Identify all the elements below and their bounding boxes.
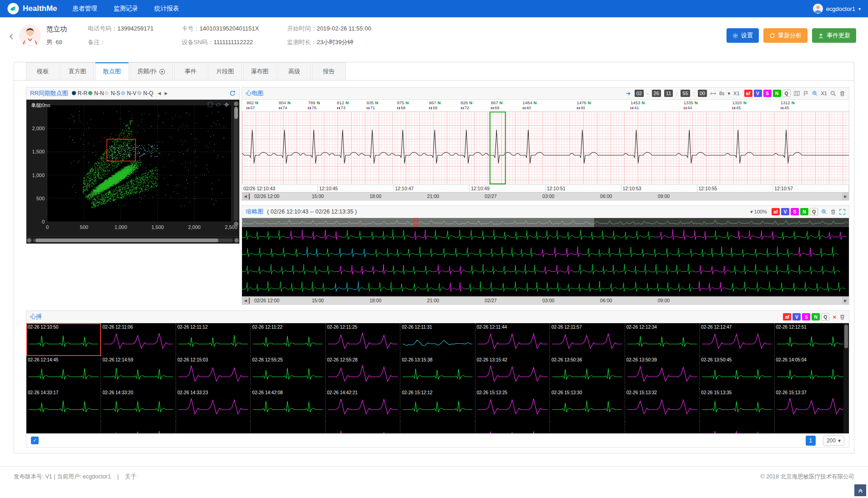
timeline-prev-button[interactable]: ◀ — [242, 193, 249, 200]
beat-cell[interactable]: 02-26 12:15:03 — [176, 356, 251, 389]
beat-annotation[interactable]: 1335N44 — [684, 100, 698, 110]
beat-cell[interactable] — [625, 422, 700, 433]
legend-item-N-S[interactable]: N-S — [105, 90, 120, 97]
beat-cell[interactable]: 02-26 13:15:38 — [400, 356, 475, 389]
beat-annotation[interactable]: 882N67 — [247, 100, 258, 110]
reanalyze-button[interactable]: 重新分析 — [763, 28, 807, 43]
event-update-button[interactable]: 事件更新 — [812, 28, 856, 43]
back-to-top-button[interactable] — [854, 484, 866, 496]
thumbnail-ecg-row[interactable] — [242, 279, 849, 296]
beat-cell[interactable]: 02-26 13:50:39 — [625, 356, 700, 389]
ecg-tag-af[interactable]: af — [744, 90, 752, 97]
beat-annotation[interactable]: 804N74 — [279, 100, 291, 110]
scatter-vertical-scrollbar[interactable] — [234, 107, 238, 221]
heartbeats-tag-V[interactable]: V — [792, 313, 801, 320]
user-menu[interactable]: ecgdoctor1 ▾ — [813, 4, 861, 14]
thumbnail-tag-V[interactable]: V — [781, 208, 789, 215]
trash-icon[interactable] — [830, 209, 836, 215]
beat-cell[interactable] — [550, 422, 625, 433]
goto-time-icon[interactable] — [626, 91, 631, 97]
legend-item-N-Q[interactable]: N-Q — [137, 90, 153, 97]
beat-annotation[interactable]: 1320N45 — [732, 100, 747, 110]
thumbnail-tag-Q[interactable]: Q — [810, 208, 818, 215]
beat-cell[interactable] — [176, 422, 251, 433]
about-link[interactable]: 关于 — [125, 473, 136, 480]
legend-item-N-V[interactable]: N-V — [121, 90, 136, 97]
overview-cursor[interactable] — [414, 218, 418, 227]
beat-cell[interactable]: 02-26 12:11:06 — [101, 323, 176, 356]
beat-cell[interactable]: 02-26 14:33:23 — [176, 389, 251, 422]
heartbeats-tag-S[interactable]: S — [802, 313, 810, 320]
ecg-strip[interactable] — [242, 112, 849, 184]
beat-annotation[interactable]: 867N69 — [429, 100, 441, 110]
search-icon[interactable] — [830, 91, 836, 97]
beat-cell[interactable] — [251, 422, 325, 433]
beat-cell[interactable]: 02-26 15:13:25 — [475, 389, 550, 422]
lasso-select-icon[interactable] — [216, 102, 221, 107]
beat-annotation[interactable]: 1453N41 — [631, 100, 645, 110]
beat-cell[interactable]: 02-26 12:55:28 — [326, 356, 400, 389]
legend-prev-icon[interactable]: ◀ — [158, 91, 161, 96]
page-number[interactable]: 1 — [806, 436, 816, 446]
beat-cell[interactable] — [775, 422, 849, 433]
legend-item-R-R[interactable]: R-R — [72, 90, 87, 97]
legend-next-icon[interactable]: ▶ — [165, 91, 168, 96]
scatter-plot-area[interactable]: 单位: ms 2,5002,0001,5001,000500005001,000… — [26, 100, 239, 236]
ecg-tag-V[interactable]: V — [754, 90, 762, 97]
wave-zoom-icon[interactable] — [821, 209, 827, 215]
thumbnail-tag-N[interactable]: N — [800, 208, 808, 215]
zoom-value[interactable]: X1 — [821, 91, 827, 96]
tab-事件[interactable]: 事件 — [174, 62, 207, 80]
beat-cell[interactable] — [475, 422, 550, 433]
date-month-segment[interactable]: 02 — [635, 90, 644, 97]
beat-cell[interactable]: 02-26 14:33:20 — [101, 389, 176, 422]
beat-cell[interactable]: 02-26 14:05:04 — [775, 356, 849, 389]
settings-button[interactable]: 设置 — [727, 28, 759, 43]
beat-cell[interactable]: 02-26 12:11:25 — [326, 323, 400, 356]
refresh-scatter-icon[interactable] — [229, 90, 236, 97]
beat-cell[interactable]: 02-26 12:10:50 — [26, 323, 101, 356]
beat-cell[interactable]: 02-26 15:13:35 — [700, 389, 774, 422]
timeline-next-button[interactable]: ▶ — [842, 297, 849, 305]
thumbnail-tag-af[interactable]: af — [772, 208, 780, 215]
beat-cell[interactable]: 02-26 12:11:57 — [550, 323, 625, 356]
tab-散点图[interactable]: 散点图 — [95, 62, 129, 80]
beat-cell[interactable]: 02-26 12:11:31 — [400, 323, 475, 356]
beat-annotation[interactable]: 1484N40 — [523, 100, 537, 110]
tab-报告[interactable]: 报告 — [312, 62, 346, 80]
thumbnail-ecg-row[interactable] — [242, 262, 849, 279]
rr-scatter-chart[interactable]: 2,5002,0001,5001,000500005001,0001,5002,… — [26, 100, 237, 236]
beat-cell[interactable]: 02-26 12:12:51 — [775, 323, 849, 356]
heartbeats-tag-N[interactable]: N — [812, 313, 820, 320]
ecg-tag-S[interactable]: S — [763, 90, 772, 97]
tab-直方图[interactable]: 直方图 — [61, 62, 94, 80]
beat-cell[interactable]: 02-26 13:50:36 — [550, 356, 625, 389]
back-button[interactable]: ‹ — [4, 29, 19, 42]
beat-cell[interactable]: 02-26 15:13:37 — [775, 389, 849, 422]
legend-item-N-N[interactable]: N-N — [88, 90, 104, 97]
beat-cell[interactable]: 02-26 13:15:42 — [475, 356, 550, 389]
date-day-segment[interactable]: 26 — [652, 90, 661, 97]
heartbeats-tag-Q[interactable]: Q — [821, 313, 829, 320]
thumbnail-timeline[interactable]: ◀▶02/26 12:0015:0018:0021:0002/2703:0006… — [242, 296, 849, 305]
thumbnail-ecg-row[interactable] — [242, 244, 849, 262]
window-width-value[interactable]: 8s — [719, 91, 725, 96]
nav-item-1[interactable]: 监测记录 — [114, 5, 138, 13]
beat-annotation[interactable]: 875N68 — [397, 100, 409, 110]
wave-zoom-icon[interactable] — [812, 91, 818, 97]
beat-annotation[interactable]: 789N76 — [308, 100, 320, 110]
beat-cell[interactable] — [700, 422, 774, 433]
trash-icon[interactable] — [839, 314, 845, 320]
timeline-prev-button[interactable]: ◀ — [242, 297, 249, 305]
bookmark-flag-icon[interactable] — [803, 91, 809, 97]
time-ss-segment[interactable]: 00 — [698, 90, 707, 97]
beat-cell[interactable]: 02-26 14:42:21 — [326, 389, 400, 422]
beat-annotation[interactable]: 828N72 — [461, 100, 473, 110]
gain-value[interactable]: X1 — [733, 91, 739, 96]
beat-cell[interactable] — [326, 422, 400, 433]
beat-cell[interactable] — [101, 422, 176, 433]
play-circle-icon[interactable] — [159, 69, 165, 75]
heartbeats-tag-af[interactable]: af — [783, 313, 791, 320]
beat-cell[interactable]: 02-26 12:12:34 — [625, 323, 700, 356]
thumbnail-ecg-row[interactable] — [242, 227, 849, 244]
